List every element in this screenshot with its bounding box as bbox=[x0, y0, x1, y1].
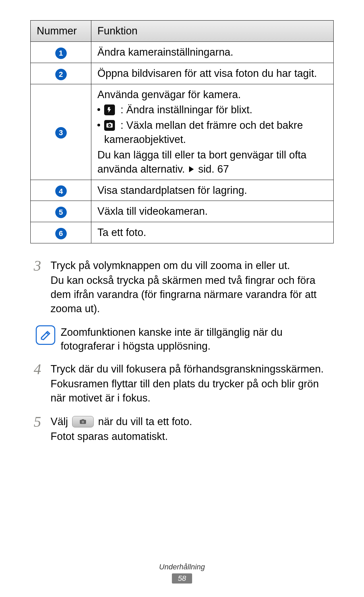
th-number: Nummer bbox=[31, 21, 91, 42]
table-row: 2 Öppna bildvisaren för att visa foton d… bbox=[31, 63, 334, 84]
triangle-icon bbox=[189, 166, 194, 172]
badge-6: 6 bbox=[55, 228, 67, 239]
page-footer: Underhållning 58 bbox=[0, 563, 364, 584]
row3-b1: : Ändra inställningar för blixt. bbox=[118, 104, 252, 116]
th-function: Funktion bbox=[91, 21, 334, 42]
function-table: Nummer Funktion 1 Ändra kamerainställnin… bbox=[30, 20, 334, 243]
step3-p1: Tryck på volymknappen om du vill zooma i… bbox=[51, 259, 334, 273]
step-number: 3 bbox=[34, 259, 51, 316]
flash-icon bbox=[104, 105, 115, 115]
cell-text: Ta ett foto. bbox=[91, 222, 334, 243]
table-row: 5 Växla till videokameran. bbox=[31, 201, 334, 222]
bullet-icon bbox=[97, 108, 100, 111]
svg-rect-2 bbox=[82, 419, 84, 420]
page: Nummer Funktion 1 Ändra kamerainställnin… bbox=[0, 0, 364, 597]
step5-p2: Fotot sparas automatiskt. bbox=[51, 429, 334, 444]
step-number: 4 bbox=[34, 362, 51, 406]
table-row: 4 Visa standardplatsen för lagring. bbox=[31, 180, 334, 201]
step-4: 4 Tryck där du vill fokusera på förhands… bbox=[34, 362, 334, 406]
table-row: 6 Ta ett foto. bbox=[31, 222, 334, 243]
cell-text: Växla till videokameran. bbox=[91, 201, 334, 222]
badge-1: 1 bbox=[55, 48, 67, 59]
badge-4: 4 bbox=[55, 185, 67, 197]
cell-text: Använda genvägar för kamera. : Ändra ins… bbox=[91, 84, 334, 180]
page-number: 58 bbox=[172, 573, 192, 584]
row3-intro: Använda genvägar för kamera. bbox=[97, 88, 327, 102]
row3-outro-b: sid. 67 bbox=[195, 163, 229, 175]
steps-list: 3 Tryck på volymknappen om du vill zooma… bbox=[30, 259, 334, 444]
step3-p2: Du kan också trycka på skärmen med två f… bbox=[51, 273, 334, 316]
footer-section: Underhållning bbox=[0, 563, 364, 571]
note-box: Zoomfunktionen kanske inte är tillgängli… bbox=[36, 325, 334, 354]
cell-text: Visa standardplatsen för lagring. bbox=[91, 180, 334, 201]
badge-2: 2 bbox=[55, 69, 67, 80]
step-number: 5 bbox=[34, 415, 51, 444]
bullet-icon bbox=[97, 124, 100, 126]
step4-p2: Fokusramen flyttar till den plats du try… bbox=[51, 377, 334, 405]
row3-b2: : Växla mellan det främre och det bakre … bbox=[104, 119, 303, 145]
step4-p1: Tryck där du vill fokusera på förhandsgr… bbox=[51, 362, 334, 376]
step-5: 5 Välj när du vill ta ett foto. Fotot sp… bbox=[34, 415, 334, 444]
switch-camera-icon bbox=[104, 120, 115, 131]
note-icon bbox=[36, 325, 55, 345]
note-text: Zoomfunktionen kanske inte är tillgängli… bbox=[61, 325, 334, 354]
cell-text: Öppna bildvisaren för att visa foton du … bbox=[91, 63, 334, 84]
badge-5: 5 bbox=[55, 207, 67, 218]
badge-3: 3 bbox=[55, 127, 67, 139]
table-row: 1 Ändra kamerainställningarna. bbox=[31, 41, 334, 63]
table-row: 3 Använda genvägar för kamera. : Ändra i… bbox=[31, 84, 334, 180]
cell-text: Ändra kamerainställningarna. bbox=[91, 41, 334, 63]
step-3: 3 Tryck på volymknappen om du vill zooma… bbox=[34, 259, 334, 316]
step5-p1b: när du vill ta ett foto. bbox=[95, 416, 192, 427]
camera-button-icon bbox=[72, 416, 94, 427]
step5-p1a: Välj bbox=[51, 416, 71, 427]
svg-point-1 bbox=[82, 420, 84, 423]
